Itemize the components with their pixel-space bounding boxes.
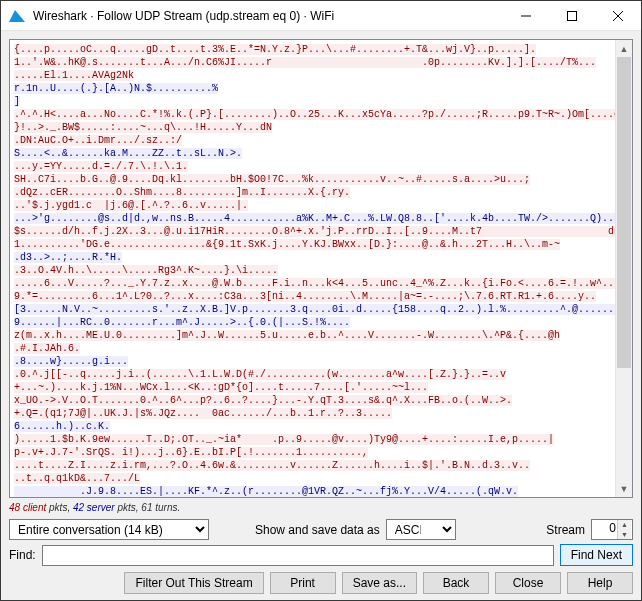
find-next-button[interactable]: Find Next: [560, 544, 633, 566]
maximize-button[interactable]: [549, 1, 595, 30]
find-label: Find:: [9, 548, 36, 562]
close-button[interactable]: [595, 1, 641, 30]
help-button[interactable]: Help: [567, 572, 633, 594]
svg-line-3: [613, 11, 623, 21]
stream-output-box: {....p.....oC...q.....gD..t....t.3%.E..*…: [9, 39, 633, 498]
minimize-button[interactable]: [503, 1, 549, 30]
app-icon: [9, 8, 25, 24]
svg-marker-0: [9, 10, 25, 22]
content-area: {....p.....oC...q.....gD..t....t.3%.E..*…: [1, 31, 641, 600]
stream-text[interactable]: {....p.....oC...q.....gD..t....t.3%.E..*…: [10, 40, 615, 497]
controls-row: Entire conversation (14 kB) Show and sav…: [9, 519, 633, 540]
vertical-scrollbar[interactable]: ▲ ▼: [615, 40, 632, 497]
close-dialog-button[interactable]: Close: [495, 572, 561, 594]
find-row: Find: Find Next: [9, 544, 633, 566]
conversation-select[interactable]: Entire conversation (14 kB): [9, 519, 209, 540]
stream-label: Stream: [546, 523, 585, 537]
titlebar: Wireshark · Follow UDP Stream (udp.strea…: [1, 1, 641, 31]
show-save-label: Show and save data as: [255, 523, 380, 537]
spinner-arrows[interactable]: ▲▼: [617, 520, 631, 539]
svg-rect-2: [568, 11, 577, 20]
svg-line-4: [613, 11, 623, 21]
format-select[interactable]: ASCII: [386, 519, 456, 540]
scroll-thumb[interactable]: [617, 57, 631, 368]
scroll-down-icon[interactable]: ▼: [616, 480, 632, 497]
scroll-up-icon[interactable]: ▲: [616, 40, 632, 57]
print-button[interactable]: Print: [270, 572, 336, 594]
save-as-button[interactable]: Save as...: [342, 572, 417, 594]
filter-out-button[interactable]: Filter Out This Stream: [124, 572, 263, 594]
chevron-up-icon[interactable]: ▲: [617, 520, 631, 530]
find-input[interactable]: [42, 545, 554, 566]
back-button[interactable]: Back: [423, 572, 489, 594]
stream-number-input[interactable]: 0 ▲▼: [591, 519, 633, 540]
status-line: 48 client pkts, 42 server pkts, 61 turns…: [9, 502, 633, 513]
window-buttons: [503, 1, 641, 30]
chevron-down-icon[interactable]: ▼: [617, 530, 631, 540]
bottom-buttons-row: Filter Out This Stream Print Save as... …: [9, 572, 633, 594]
window-title: Wireshark · Follow UDP Stream (udp.strea…: [33, 9, 503, 23]
